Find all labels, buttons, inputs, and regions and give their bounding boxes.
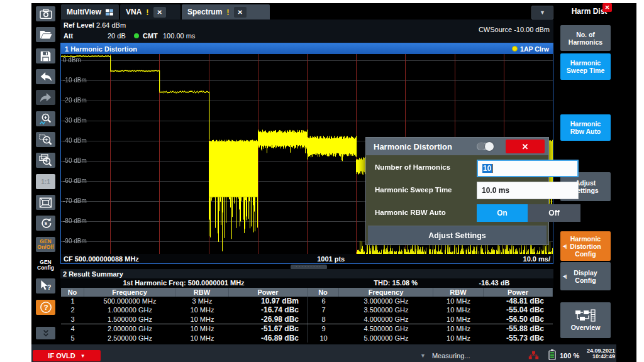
tab-vna-label: VNA — [126, 8, 142, 16]
help-icon[interactable]: ? — [36, 300, 55, 315]
thd-db: -16.43 dB — [455, 279, 533, 287]
cmt-value[interactable]: 100.00 ms — [163, 32, 195, 40]
table-row[interactable]: 21.000000 GHz10 MHz-16.74 dBc73.500000 G… — [61, 305, 553, 314]
table-cell: 4.000000 GHz — [339, 315, 433, 324]
save-icon[interactable] — [36, 48, 55, 63]
table-cell: -26.98 dBc — [229, 315, 308, 324]
y-axis-label: -30 dBm — [63, 117, 87, 124]
table-cell: -46.89 dBc — [229, 334, 308, 343]
adjust-settings-button[interactable]: Adjust Settings — [368, 226, 547, 244]
table-cell: 10 MHz — [175, 324, 229, 333]
number-of-harmonics-input[interactable]: 10 — [477, 160, 579, 177]
y-axis-label: -70 dBm — [63, 197, 87, 204]
y-axis-label: -10 dBm — [63, 77, 87, 84]
tab-spectrum-label: Spectrum — [187, 8, 222, 16]
sweep-points[interactable]: 1001 pts — [317, 255, 345, 263]
multi-zoom-icon[interactable] — [36, 153, 55, 168]
center-frequency[interactable]: CF 500.000000088 MHz — [64, 255, 139, 263]
svg-text:?: ? — [47, 283, 51, 291]
measuring-status[interactable]: ▼ Measuring... — [420, 352, 470, 359]
submenu-arrow-icon: ◂| — [563, 273, 567, 280]
y-axis-label: -90 dBm — [63, 238, 87, 244]
gen-onoff-button[interactable]: GEN On/Off — [36, 237, 55, 252]
trace-label: 1AP Clrw — [520, 45, 549, 53]
y-axis-label: -80 dBm — [63, 217, 87, 224]
table-cell: 10 MHz — [433, 334, 484, 343]
table-cell: 5 — [61, 334, 84, 343]
softkey-no-of-harmonics[interactable]: No. of Harmonics — [560, 25, 611, 51]
collapse-toolbar-icon[interactable] — [36, 327, 55, 339]
table-column-header: No — [308, 288, 339, 297]
rbw-auto-off-button[interactable]: Off — [528, 204, 580, 222]
dialog-close-button[interactable]: ✕ — [506, 140, 545, 153]
svg-text:?: ? — [43, 303, 48, 312]
table-cell: 9 — [308, 324, 339, 333]
table-cell: 10 MHz — [175, 334, 229, 343]
if-ovld-label: IF OVLD — [48, 352, 75, 359]
status-dropdown-icon: ▼ — [420, 353, 426, 359]
harmonic-sweep-time-label: Harmonic Sweep Time — [375, 186, 452, 194]
zoom-1-1-icon: 1:1 — [36, 174, 55, 189]
cw-source-value[interactable]: CWSource -10.00 dBm — [479, 26, 550, 33]
softkey-overview[interactable]: Overview — [560, 302, 611, 338]
zoom-selection-icon[interactable] — [36, 132, 55, 147]
table-column-header: Power — [484, 288, 553, 297]
y-axis-label: -50 dBm — [63, 157, 87, 164]
tab-vna[interactable]: VNA ! ✕ — [120, 4, 180, 19]
att-value[interactable]: 20 dB — [108, 32, 126, 40]
result-summary-title: 2 Result Summary — [63, 270, 123, 278]
result-summary-titlebar[interactable]: 2 Result Summary — [60, 269, 553, 278]
trace-legend[interactable]: 1AP Clrw — [512, 45, 549, 53]
camera-icon[interactable] — [36, 6, 55, 21]
number-of-harmonics-value: 10 — [482, 164, 492, 173]
vna-warning-icon: ! — [146, 8, 148, 17]
softkey-display-config[interactable]: ◂| Display Config — [560, 262, 611, 290]
zoom-trace-icon[interactable] — [36, 111, 55, 126]
softkey-harmonic-distortion-config[interactable]: ◂| Harmonic Distortion Config — [560, 231, 611, 261]
rbw-auto-on-button[interactable]: On — [477, 204, 528, 222]
table-row[interactable]: 31.500000 GHz10 MHz-26.98 dBc84.000000 G… — [61, 315, 553, 324]
table-cell: 6 — [308, 297, 339, 305]
dialog-transparency-toggle[interactable] — [477, 143, 494, 150]
table-row[interactable]: 1500.000000 MHz3 MHz10.97 dBm63.000000 G… — [61, 297, 553, 305]
window1-titlebar[interactable]: 1 Harmonic Distortion 1AP Clrw — [61, 43, 553, 54]
table-row[interactable]: 52.500000 GHz10 MHz-46.89 dBc105.000000 … — [61, 334, 553, 343]
help-pointer-icon[interactable]: ? — [36, 278, 55, 293]
tab-spectrum-close-button[interactable]: ✕ — [234, 7, 247, 18]
battery-percent: 100 % — [560, 352, 579, 359]
softkey-harmonic-rbw-auto[interactable]: Harmonic Rbw Auto — [560, 114, 611, 141]
dialog-titlebar[interactable]: Harmonic Distortion ✕ — [366, 138, 548, 155]
table-cell: 10 — [308, 334, 339, 343]
table-column-header: Frequency — [84, 288, 175, 297]
overview-flow-icon — [575, 309, 596, 322]
table-cell: 3.000000 GHz — [339, 297, 433, 305]
tab-vna-close-button[interactable]: ✕ — [153, 7, 166, 18]
if-ovld-badge[interactable]: IF OVLD ▼ — [33, 350, 101, 361]
tab-multiview-label: MultiView — [67, 8, 101, 16]
harmonic-sweep-time-input[interactable]: 10.0 ms — [477, 182, 579, 199]
table-cell: -55.73 dBc — [484, 334, 553, 343]
tab-spectrum[interactable]: Spectrum ! ✕ — [182, 4, 270, 19]
softkey-harmonic-sweep-time[interactable]: Harmonic Sweep Time — [560, 53, 611, 80]
ref-level-value[interactable]: 2.64 dBm — [96, 21, 126, 29]
table-column-header: RBW — [175, 288, 229, 297]
cmt-label: CMT — [143, 32, 158, 40]
tab-multiview[interactable]: MultiView — [61, 4, 119, 19]
open-file-icon[interactable] — [36, 27, 55, 42]
table-row[interactable]: 42.000000 GHz10 MHz-51.67 dBc94.500000 G… — [61, 324, 553, 333]
time-value: 10:42:49 — [592, 353, 615, 359]
table-cell: 4 — [61, 324, 84, 333]
softkey-menu-close-button[interactable]: ✕ — [602, 3, 612, 12]
sweep-refresh-icon[interactable]: s — [36, 216, 55, 231]
spectrum-warning-icon: ! — [226, 8, 229, 17]
display-frame-icon[interactable] — [36, 195, 55, 210]
gen-config-button[interactable]: GEN Config — [36, 258, 55, 273]
datetime-display[interactable]: 24.09.2021 10:42:49 — [581, 348, 615, 359]
table-cell: 5.000000 GHz — [339, 334, 433, 343]
tab-dropdown-button[interactable]: ▼ — [531, 6, 553, 19]
undo-icon[interactable] — [36, 69, 55, 84]
table-cell: 10 MHz — [175, 315, 229, 324]
softkey-menu-title: Harm Dist — [553, 7, 625, 16]
time-per-division[interactable]: 10.0 ms/ — [523, 255, 550, 263]
table-cell: 10 MHz — [433, 297, 484, 305]
